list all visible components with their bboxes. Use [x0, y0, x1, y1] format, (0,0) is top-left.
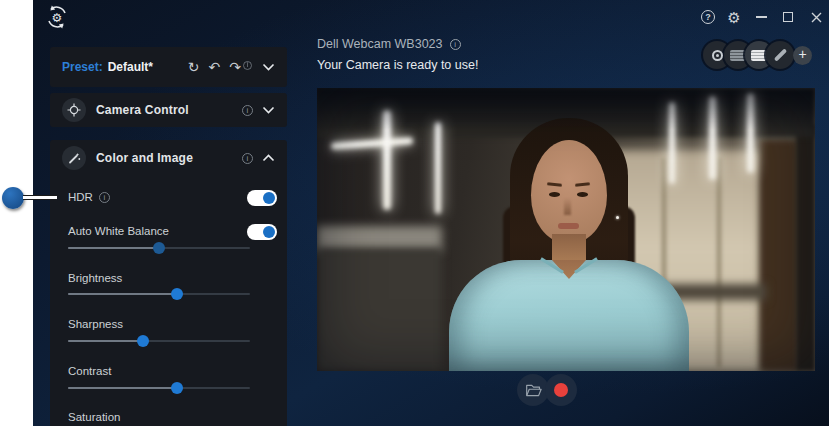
- contrast-slider[interactable]: [68, 381, 250, 395]
- hdr-label: HDR: [68, 191, 110, 203]
- saturation-label: Saturation: [68, 411, 120, 423]
- slider-fill: [68, 293, 177, 295]
- keyboard-glyph: [730, 50, 746, 61]
- camera-control-label: Camera Control: [96, 103, 189, 117]
- hdr-toggle-knob: [263, 192, 275, 204]
- device-pen-icon[interactable]: [766, 41, 794, 69]
- redo-info-icon: [243, 61, 252, 70]
- preview-vignette: [317, 88, 815, 371]
- record-icon: [554, 383, 568, 397]
- hdr-info-icon[interactable]: [99, 192, 110, 203]
- preset-value: Default*: [108, 60, 153, 74]
- camera-info-icon[interactable]: [450, 39, 461, 50]
- color-and-image-section: Color and Image HDR Auto White Balance: [50, 140, 287, 426]
- camera-status: Your Camera is ready to use!: [317, 58, 478, 72]
- awb-toggle-knob: [263, 226, 275, 238]
- slider-knob[interactable]: [137, 335, 149, 347]
- slider-knob[interactable]: [171, 288, 183, 300]
- record-button[interactable]: [545, 374, 577, 406]
- close-button[interactable]: [807, 8, 825, 26]
- undo-icon[interactable]: ↶: [209, 60, 221, 74]
- color-and-image-header[interactable]: Color and Image: [50, 140, 287, 176]
- help-button[interactable]: ?: [699, 8, 717, 26]
- minimize-button[interactable]: [752, 8, 770, 26]
- hdr-toggle[interactable]: [247, 190, 277, 206]
- camera-control-section[interactable]: Camera Control: [50, 93, 287, 127]
- color-and-image-info-icon[interactable]: [242, 153, 253, 164]
- brightness-label: Brightness: [68, 272, 122, 284]
- slider-fill: [68, 387, 177, 389]
- preset-card: Preset: Default* ↻ ↶ ↷: [50, 47, 287, 87]
- add-device-button[interactable]: +: [793, 46, 812, 65]
- app-window: ⚙ ? ⚙ Preset: Default* ↻ ↶ ↷: [33, 0, 829, 426]
- brightness-slider[interactable]: [68, 287, 250, 301]
- crosshair-icon: [62, 98, 86, 122]
- contrast-label: Contrast: [68, 365, 111, 377]
- keyboard-bright-glyph: [751, 50, 767, 61]
- camera-control-info-icon[interactable]: [242, 105, 253, 116]
- webcam-glyph: [712, 50, 723, 61]
- color-and-image-label: Color and Image: [96, 151, 193, 165]
- slider-fill: [68, 340, 143, 342]
- device-switcher: [703, 41, 794, 69]
- settings-button[interactable]: ⚙: [725, 8, 743, 26]
- annotation-dot: [2, 187, 24, 209]
- slider-knob[interactable]: [171, 382, 183, 394]
- refresh-icon[interactable]: ↻: [188, 60, 200, 74]
- gear-icon: ⚙: [727, 10, 740, 25]
- camera-control-chevron-down-icon[interactable]: [262, 106, 275, 114]
- svg-text:⚙: ⚙: [52, 11, 63, 25]
- color-and-image-chevron-up-icon[interactable]: [262, 154, 275, 162]
- white-balance-slider[interactable]: [68, 241, 250, 255]
- camera-title: Dell Webcam WB3023: [317, 37, 461, 51]
- folder-icon: [525, 383, 542, 398]
- sharpness-label: Sharpness: [68, 318, 123, 330]
- redo-icon[interactable]: ↷: [229, 60, 253, 74]
- sharpness-slider[interactable]: [68, 334, 250, 348]
- preset-chevron-down-icon[interactable]: [262, 63, 275, 71]
- help-icon: ?: [701, 10, 715, 24]
- adjust-wand-icon: [62, 146, 86, 170]
- close-icon: [811, 12, 822, 23]
- preset-label: Preset:: [62, 60, 103, 74]
- maximize-button[interactable]: [779, 8, 797, 26]
- annotation-line: [23, 195, 57, 200]
- auto-white-balance-label: Auto White Balance: [68, 225, 169, 237]
- pen-glyph: [773, 48, 786, 61]
- app-logo-gear-sync-icon: ⚙: [44, 4, 70, 30]
- auto-white-balance-toggle[interactable]: [247, 224, 277, 240]
- slider-knob[interactable]: [153, 242, 165, 254]
- minimize-icon: [756, 16, 767, 18]
- slider-fill: [68, 247, 159, 249]
- webcam-preview: [317, 88, 815, 371]
- maximize-icon: [783, 12, 793, 22]
